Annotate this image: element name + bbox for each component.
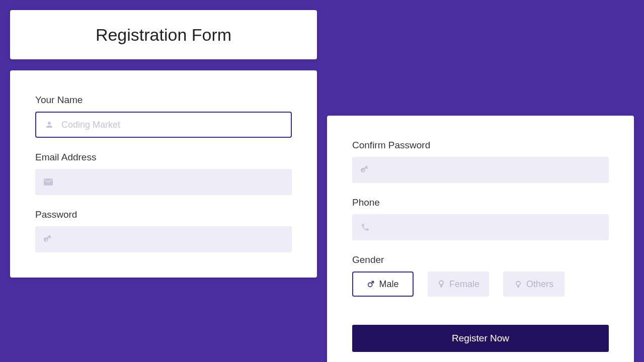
phone-icon [360, 222, 370, 232]
name-label: Your Name [35, 95, 292, 106]
password-input-wrap[interactable] [35, 226, 292, 252]
mail-icon [43, 177, 53, 187]
field-gender: Gender Male Female Others [352, 254, 609, 297]
phone-label: Phone [352, 197, 609, 208]
page-title: Registration Form [96, 25, 231, 45]
svg-point-1 [439, 281, 443, 285]
name-input[interactable] [61, 113, 291, 137]
female-icon [437, 280, 445, 288]
gender-label: Gender [352, 254, 609, 265]
email-input-wrap[interactable] [35, 169, 292, 195]
email-label: Email Address [35, 152, 292, 163]
password-input[interactable] [60, 226, 292, 252]
confirm-password-input[interactable] [377, 157, 609, 183]
register-button[interactable]: Register Now [352, 325, 609, 352]
others-icon [514, 280, 522, 288]
gender-option-male[interactable]: Male [352, 272, 414, 297]
gender-option-others-label: Others [526, 279, 553, 290]
gender-option-others[interactable]: Others [503, 272, 565, 297]
key-icon [43, 234, 53, 244]
field-phone: Phone [352, 197, 609, 240]
phone-input[interactable] [377, 214, 609, 240]
confirm-password-label: Confirm Password [352, 140, 609, 151]
field-name: Your Name [35, 95, 292, 138]
title-card: Registration Form [10, 10, 317, 59]
field-confirm-password: Confirm Password [352, 140, 609, 183]
password-label: Password [35, 209, 292, 220]
person-icon [44, 120, 54, 130]
field-email: Email Address [35, 152, 292, 195]
form-card-left: Your Name Email Address Password [10, 70, 317, 278]
key-icon [360, 165, 370, 175]
name-input-wrap[interactable] [35, 112, 292, 138]
phone-input-wrap[interactable] [352, 214, 609, 240]
gender-options-row: Male Female Others [352, 272, 609, 297]
confirm-password-input-wrap[interactable] [352, 157, 609, 183]
email-input[interactable] [60, 169, 292, 195]
svg-point-2 [516, 282, 520, 286]
field-password: Password [35, 209, 292, 252]
gender-option-male-label: Male [379, 279, 398, 290]
gender-option-female[interactable]: Female [428, 272, 489, 297]
form-card-right: Confirm Password Phone Gender Male [327, 116, 634, 362]
gender-option-female-label: Female [449, 279, 479, 290]
male-icon [367, 280, 375, 288]
